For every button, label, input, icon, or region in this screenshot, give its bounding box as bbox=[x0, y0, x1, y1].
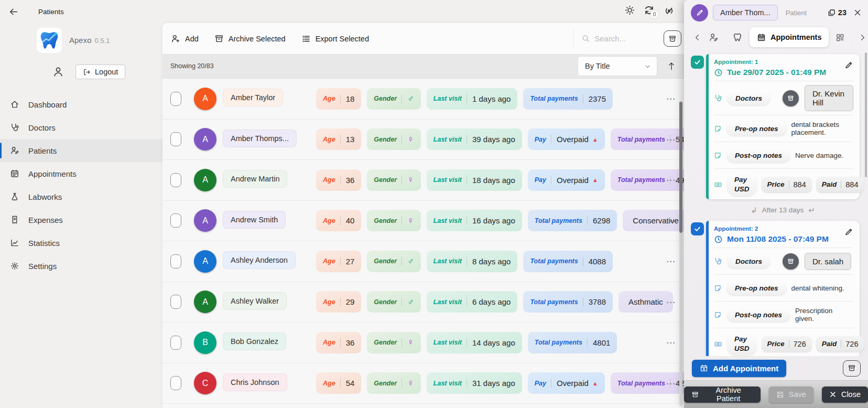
add-label: Add bbox=[185, 35, 199, 43]
sidebar-item-labworks[interactable]: Labworks bbox=[0, 185, 162, 208]
archive-patient-button[interactable]: Archive Patient bbox=[684, 386, 761, 403]
price-chip[interactable]: Price884 bbox=[762, 177, 812, 192]
row-more-button[interactable]: ⋯ bbox=[666, 134, 676, 145]
toggle-archived-appointments-button[interactable] bbox=[843, 360, 861, 377]
appointment-checkbox[interactable] bbox=[691, 222, 704, 235]
banknote-icon bbox=[714, 180, 722, 189]
connection-status-button[interactable] bbox=[664, 5, 675, 16]
calendar-icon bbox=[757, 33, 766, 42]
sidebar-item-patients[interactable]: Patients bbox=[0, 139, 162, 162]
row-checkbox[interactable] bbox=[170, 376, 181, 390]
sidebar-item-expenses[interactable]: Expenses bbox=[0, 208, 162, 231]
tabs-scroll-right-button[interactable] bbox=[858, 33, 867, 42]
preop-notes-value[interactable]: dental brackets placement. bbox=[791, 121, 853, 136]
pencil-icon bbox=[844, 60, 853, 70]
preop-field: Pre-op notes dental brackets placement. bbox=[714, 119, 853, 138]
doctors-field: Doctors Dr. salah bbox=[714, 252, 853, 271]
export-selected-button[interactable]: Export Selected bbox=[301, 34, 369, 44]
row-more-button[interactable]: ⋯ bbox=[666, 256, 676, 267]
panel-close-button[interactable] bbox=[853, 8, 862, 17]
row-more-button[interactable]: ⋯ bbox=[666, 175, 676, 186]
condition-chip: Asthmatic bbox=[619, 291, 673, 313]
tab-patient-details[interactable] bbox=[709, 33, 719, 42]
close-button[interactable]: Close bbox=[822, 386, 868, 403]
list-scrollbar[interactable] bbox=[679, 101, 682, 406]
panel-scrollbar[interactable] bbox=[865, 52, 867, 177]
doctor-chip[interactable]: Dr. salah bbox=[805, 253, 851, 270]
row-checkbox[interactable] bbox=[170, 295, 181, 309]
theme-toggle-button[interactable] bbox=[625, 5, 635, 15]
row-more-button[interactable]: ⋯ bbox=[666, 296, 676, 307]
panel-footer: Archive Patient Save Close bbox=[684, 380, 868, 408]
row-checkbox[interactable] bbox=[170, 254, 181, 269]
tab-appointments[interactable]: Appointments bbox=[750, 27, 829, 47]
row-more-button[interactable]: ⋯ bbox=[666, 378, 676, 389]
doctor-chip[interactable]: Dr. Kevin Hill bbox=[805, 85, 853, 111]
postop-notes-value[interactable]: Nerve damage. bbox=[795, 152, 843, 159]
female-symbol: ♀ bbox=[407, 134, 414, 145]
appointment-checkbox[interactable] bbox=[691, 56, 704, 69]
panel-patient-name[interactable]: Amber Thom... bbox=[713, 5, 778, 20]
sync-button[interactable]: 0 bbox=[644, 5, 655, 16]
sync-count-badge: 0 bbox=[650, 10, 658, 18]
row-more-button[interactable]: ⋯ bbox=[666, 93, 676, 104]
age-chip: Age54 bbox=[316, 372, 361, 394]
row-checkbox[interactable] bbox=[170, 173, 181, 187]
sort-by-select[interactable]: By Title bbox=[578, 57, 657, 76]
sort-direction-button[interactable] bbox=[667, 61, 676, 71]
patient-name: Amber Taylor bbox=[223, 89, 283, 106]
panel-add-bar: Add Appointment bbox=[684, 356, 868, 380]
save-button[interactable]: Save bbox=[769, 386, 813, 403]
male-symbol: ♂ bbox=[407, 297, 414, 307]
logout-icon bbox=[83, 68, 91, 76]
doctor-archive-button[interactable] bbox=[783, 90, 799, 106]
sidebar-item-label: Dashboard bbox=[28, 100, 67, 109]
row-checkbox[interactable] bbox=[170, 92, 181, 106]
tab-dental-chart[interactable] bbox=[732, 32, 743, 42]
open-panels-counter[interactable]: 23 bbox=[827, 8, 847, 17]
search-input[interactable] bbox=[594, 34, 652, 43]
sidebar-item-settings[interactable]: Settings bbox=[0, 254, 162, 277]
paid-chip[interactable]: Paid726 bbox=[816, 336, 864, 352]
edit-appointment-button[interactable] bbox=[844, 60, 853, 70]
sidebar-item-label: Appointments bbox=[28, 169, 77, 178]
back-arrow-icon bbox=[8, 7, 18, 17]
calendar-plus-icon bbox=[700, 364, 708, 372]
sidebar-item-label: Doctors bbox=[28, 123, 56, 132]
row-more-button[interactable]: ⋯ bbox=[666, 215, 676, 226]
paid-chip[interactable]: Paid884 bbox=[816, 177, 864, 192]
tab-gallery[interactable] bbox=[836, 33, 844, 42]
row-checkbox[interactable] bbox=[170, 132, 181, 146]
scrollbar-thumb[interactable] bbox=[679, 102, 682, 233]
gender-chip: Gender♀ bbox=[367, 332, 421, 353]
tabs-scroll-left-button[interactable] bbox=[693, 33, 702, 42]
sidebar-item-appointments[interactable]: Appointments bbox=[0, 162, 162, 185]
edit-patient-avatar[interactable] bbox=[691, 4, 708, 22]
add-appointment-button[interactable]: Add Appointment bbox=[692, 360, 786, 377]
row-checkbox[interactable] bbox=[170, 336, 181, 350]
row-more-button[interactable]: ⋯ bbox=[666, 337, 676, 348]
edit-appointment-button[interactable] bbox=[844, 227, 853, 237]
price-chip[interactable]: Price726 bbox=[762, 336, 812, 352]
save-label: Save bbox=[789, 390, 806, 399]
postop-notes-value[interactable]: Prescription given. bbox=[795, 307, 853, 323]
preop-label: Pre-op notes bbox=[726, 122, 787, 136]
toggle-archived-button[interactable] bbox=[664, 30, 681, 47]
sidebar-item-statistics[interactable]: Statistics bbox=[0, 231, 162, 254]
female-symbol: ♀ bbox=[407, 337, 414, 348]
sidebar-item-doctors[interactable]: Doctors bbox=[0, 116, 162, 139]
logout-button[interactable]: Logout bbox=[75, 65, 125, 79]
doctor-archive-button[interactable] bbox=[783, 253, 799, 270]
sidebar-item-dashboard[interactable]: Dashboard bbox=[0, 93, 162, 116]
gender-chip: Gender♂ bbox=[367, 88, 421, 110]
row-checkbox[interactable] bbox=[170, 213, 181, 228]
back-button[interactable] bbox=[8, 7, 18, 17]
header-status-icons: 0 bbox=[625, 5, 675, 16]
pencil-icon bbox=[844, 227, 853, 237]
overpaid-warning-icon: ▲ bbox=[592, 136, 598, 143]
preop-notes-value[interactable]: dental whitening. bbox=[791, 284, 844, 292]
add-patient-button[interactable]: Add bbox=[171, 34, 199, 44]
total-payments-chip: Total payments4801 bbox=[528, 332, 617, 353]
total-payments-chip: Total payments4088 bbox=[523, 251, 613, 272]
archive-selected-button[interactable]: Archive Selected bbox=[214, 34, 286, 44]
